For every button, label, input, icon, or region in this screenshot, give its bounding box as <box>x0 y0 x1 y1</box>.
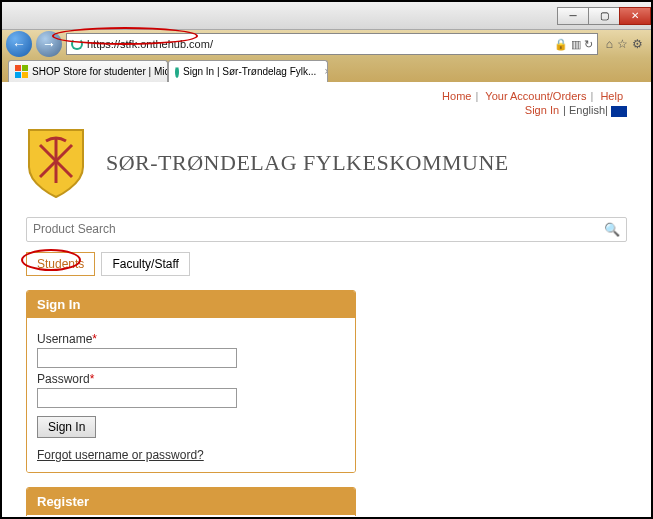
url-text: https://stfk.onthehub.com/ <box>87 38 213 50</box>
forgot-link[interactable]: Forgot username or password? <box>37 448 345 462</box>
tab-close-icon[interactable]: × <box>324 66 328 77</box>
nav-forward-button[interactable]: → <box>36 31 62 57</box>
window-close-button[interactable]: ✕ <box>619 7 651 25</box>
refresh-icon[interactable]: ↻ <box>584 38 593 51</box>
tab-faculty-staff[interactable]: Faculty/Staff <box>101 252 189 276</box>
sign-in-panel: Sign In Username* Password* Sign In Forg… <box>26 290 356 473</box>
sign-in-button[interactable]: Sign In <box>37 416 96 438</box>
address-bar[interactable]: https://stfk.onthehub.com/ 🔒 ▥ ↻ <box>66 33 598 55</box>
search-input[interactable] <box>33 222 604 236</box>
eu-flag-icon[interactable] <box>611 106 627 117</box>
nav-back-button[interactable]: ← <box>6 31 32 57</box>
tab-label: SHOP Store for studenter | Mic... <box>32 66 168 77</box>
language-label[interactable]: English <box>569 104 605 116</box>
tab-label: Sign In | Sør-Trøndelag Fylk... <box>183 66 316 77</box>
username-label: Username* <box>37 332 345 346</box>
password-field[interactable] <box>37 388 237 408</box>
sign-in-panel-header: Sign In <box>27 291 355 318</box>
page-content: Home| Your Account/Orders| Help Sign In|… <box>2 82 651 516</box>
browser-tab[interactable]: Sign In | Sør-Trøndelag Fylk... × <box>168 60 328 82</box>
coat-of-arms-icon <box>26 127 86 199</box>
register-panel: Register Need to request an account or c… <box>26 487 356 516</box>
password-label: Password* <box>37 372 345 386</box>
org-header: SØR-TRØNDELAG FYLKESKOMMUNE <box>26 127 627 199</box>
lock-icon: 🔒 <box>554 38 568 51</box>
top-link-row-1: Home| Your Account/Orders| Help <box>26 90 627 102</box>
top-link-row-2: Sign In| English| <box>26 104 627 117</box>
browser-nav-bar: ← → https://stfk.onthehub.com/ 🔒 ▥ ↻ ⌂ ☆… <box>2 30 651 58</box>
window-titlebar: ─ ▢ ✕ <box>2 2 651 30</box>
compat-icon[interactable]: ▥ <box>571 38 581 51</box>
link-account-orders[interactable]: Your Account/Orders <box>485 90 586 102</box>
product-search-bar[interactable]: 🔍 <box>26 217 627 242</box>
browser-tabstrip: SHOP Store for studenter | Mic... Sign I… <box>2 58 651 82</box>
username-field[interactable] <box>37 348 237 368</box>
browser-tab[interactable]: SHOP Store for studenter | Mic... <box>8 60 168 82</box>
site-identity-icon <box>71 38 83 50</box>
window-minimize-button[interactable]: ─ <box>557 7 589 25</box>
microsoft-favicon <box>15 65 28 78</box>
tools-gear-icon[interactable]: ⚙ <box>632 37 643 51</box>
home-icon[interactable]: ⌂ <box>606 37 613 51</box>
url-bar-icons: 🔒 ▥ ↻ <box>554 38 593 51</box>
role-tabs: Students Faculty/Staff <box>26 252 627 276</box>
link-home[interactable]: Home <box>442 90 471 102</box>
org-title: SØR-TRØNDELAG FYLKESKOMMUNE <box>106 150 509 176</box>
favorites-icon[interactable]: ☆ <box>617 37 628 51</box>
link-sign-in[interactable]: Sign In <box>525 104 559 116</box>
tab-students[interactable]: Students <box>26 252 95 276</box>
window-maximize-button[interactable]: ▢ <box>588 7 620 25</box>
register-panel-header: Register <box>27 488 355 515</box>
link-help[interactable]: Help <box>600 90 623 102</box>
tab-students-label: Students <box>37 257 84 271</box>
search-icon[interactable]: 🔍 <box>604 222 620 237</box>
site-favicon <box>175 66 179 78</box>
tab-faculty-label: Faculty/Staff <box>112 257 178 271</box>
